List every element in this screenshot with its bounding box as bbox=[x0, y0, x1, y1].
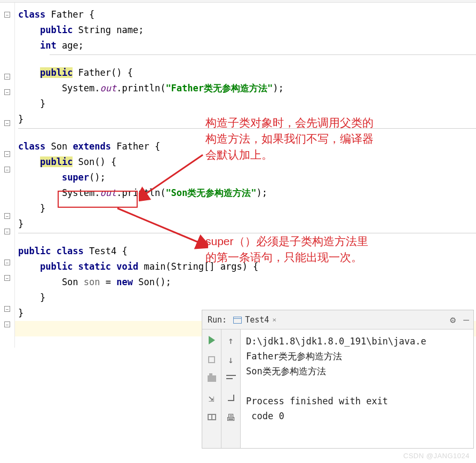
fold-icon[interactable]: − bbox=[4, 306, 10, 312]
keyword-class: class bbox=[18, 141, 45, 152]
keyword-class: class bbox=[18, 9, 45, 20]
app-icon bbox=[233, 317, 242, 324]
run-button[interactable] bbox=[205, 334, 218, 347]
annotation-1: 构造子类对象时，会先调用父类的 构造方法，如果我们不写，编译器 会默认加上。 bbox=[205, 115, 374, 163]
fold-icon[interactable]: − bbox=[4, 74, 10, 80]
fold-icon[interactable]: − bbox=[4, 229, 10, 234]
brace-close: } bbox=[18, 218, 23, 229]
class-name: Test4 { bbox=[84, 246, 128, 256]
play-icon bbox=[209, 336, 215, 344]
code-text: .println( bbox=[116, 187, 165, 198]
code-text: Son(); bbox=[133, 277, 171, 287]
up-button[interactable]: ↑ bbox=[225, 334, 237, 347]
keyword-public: public bbox=[40, 67, 73, 78]
run-header: Run: Test4 × ⚙ — bbox=[202, 310, 473, 329]
code-text: System. bbox=[18, 83, 100, 93]
run-toolbar-second: ↑ ↓ 🖶 bbox=[221, 329, 241, 448]
string-literal: "Son类无参构造方法" bbox=[165, 187, 256, 198]
layout-button[interactable] bbox=[205, 411, 218, 423]
run-label: Run: bbox=[208, 315, 227, 325]
code-text: .println( bbox=[116, 83, 165, 93]
class-name: Father { bbox=[45, 9, 94, 20]
constructor-father: Father() { bbox=[73, 67, 133, 78]
field-out: out bbox=[100, 187, 117, 198]
gutter: − − − − − − − − − − − − bbox=[0, 3, 15, 348]
run-panel: Run: Test4 × ⚙ — ⇲ ↑ ↓ 🖶 D:\jdk1.8\jdk1.… bbox=[202, 310, 474, 449]
code-editor[interactable]: − − − − − − − − − − − − class Father { p… bbox=[0, 3, 476, 348]
fold-icon[interactable]: − bbox=[4, 321, 10, 327]
fold-icon[interactable]: − bbox=[4, 167, 10, 172]
brace-close: } bbox=[18, 98, 45, 109]
stop-button[interactable] bbox=[205, 353, 218, 366]
code-text: System. bbox=[18, 187, 100, 198]
run-tab[interactable]: Test4 bbox=[245, 315, 269, 325]
keyword-super: super bbox=[62, 172, 89, 183]
layout-icon bbox=[208, 414, 216, 420]
fold-icon[interactable]: − bbox=[4, 89, 10, 95]
console-output[interactable]: D:\jdk1.8\jdk1.8.0_191\bin\java.e Father… bbox=[241, 329, 473, 448]
watermark: CSDN @JANG1024 bbox=[403, 452, 470, 460]
stop-icon bbox=[208, 356, 215, 363]
code-content[interactable]: class Father { public String name; int a… bbox=[15, 3, 476, 348]
class-name: Son bbox=[45, 141, 73, 152]
keyword-new: new bbox=[116, 277, 133, 287]
keyword-psvm: public static void bbox=[40, 261, 138, 272]
code-text: (); bbox=[89, 172, 106, 183]
keyword-int: int bbox=[40, 40, 57, 51]
var-name: son bbox=[84, 277, 100, 287]
minimize-icon[interactable]: — bbox=[463, 314, 469, 325]
fold-icon[interactable]: − bbox=[4, 151, 10, 157]
fold-icon[interactable]: − bbox=[4, 275, 10, 281]
keyword-public: public bbox=[40, 25, 73, 35]
wrap-icon bbox=[226, 375, 236, 382]
scroll-icon bbox=[227, 394, 235, 402]
brace-close: } bbox=[18, 292, 45, 303]
camera-icon bbox=[208, 375, 216, 382]
fold-icon[interactable]: − bbox=[4, 120, 10, 126]
code-text: ); bbox=[273, 83, 283, 93]
type-string: String bbox=[73, 25, 116, 35]
wrap-button[interactable] bbox=[225, 372, 237, 385]
scroll-button[interactable] bbox=[225, 391, 237, 404]
field-name: name; bbox=[116, 25, 144, 35]
constructor-son: Son() { bbox=[73, 156, 116, 167]
gear-icon[interactable]: ⚙ bbox=[450, 314, 456, 325]
keyword-extends: extends bbox=[73, 141, 111, 152]
brace-close: } bbox=[18, 114, 23, 124]
fold-icon[interactable]: − bbox=[4, 213, 10, 219]
keyword-public-class: public class bbox=[18, 246, 84, 256]
fold-icon[interactable]: − bbox=[4, 260, 10, 265]
down-button[interactable]: ↓ bbox=[225, 353, 237, 366]
code-text: Son bbox=[18, 277, 84, 287]
field-age: age; bbox=[57, 40, 84, 51]
close-icon[interactable]: × bbox=[272, 316, 276, 324]
brace-close: } bbox=[18, 308, 23, 318]
code-text: ); bbox=[257, 187, 267, 198]
run-toolbar-left: ⇲ bbox=[202, 329, 221, 448]
fold-icon[interactable]: − bbox=[4, 12, 10, 18]
print-button[interactable]: 🖶 bbox=[225, 411, 237, 423]
field-out: out bbox=[100, 83, 117, 93]
export-button[interactable]: ⇲ bbox=[205, 391, 218, 404]
camera-button[interactable] bbox=[205, 372, 218, 385]
parent-class: Father { bbox=[111, 141, 160, 152]
keyword-public: public bbox=[40, 156, 73, 167]
brace-close: } bbox=[18, 203, 45, 214]
code-text: = bbox=[100, 277, 117, 287]
annotation-2: super（）必须是子类构造方法里 的第一条语句，只能出现一次。 bbox=[205, 233, 368, 265]
string-literal: "Father类无参构造方法" bbox=[165, 83, 273, 93]
